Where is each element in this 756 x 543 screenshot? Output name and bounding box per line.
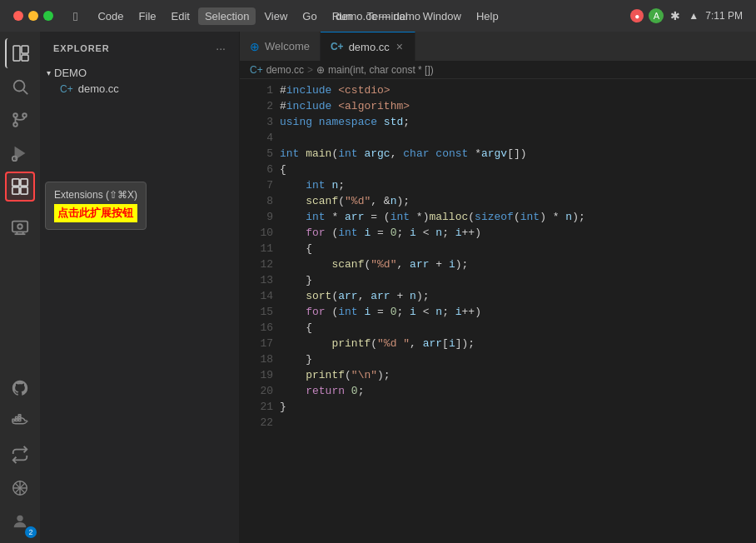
code-line-16: { <box>280 320 756 336</box>
tab-close-button[interactable]: × <box>395 39 405 54</box>
menu-bar:  Code File Edit Selection View Go Run T… <box>67 7 505 26</box>
code-line-6: { <box>280 162 756 177</box>
titlebar-right: ● A ✱ ▲ 7:11 PM <box>630 8 743 23</box>
svg-point-5 <box>13 113 17 117</box>
menu-edit[interactable]: Edit <box>165 7 196 25</box>
code-line-22 <box>280 415 756 431</box>
breadcrumb-file[interactable]: demo.cc <box>266 64 304 76</box>
code-line-17: printf("%d ", arr[i]); <box>280 336 756 351</box>
code-line-11: { <box>280 241 756 257</box>
svg-rect-0 <box>13 46 20 61</box>
svg-point-6 <box>13 122 17 127</box>
code-line-13: } <box>280 272 756 288</box>
status-icons: ● A ✱ ▲ 7:11 PM <box>630 8 743 23</box>
file-name: demo.cc <box>78 82 119 95</box>
code-line-8: scanf("%d", &n); <box>280 193 756 209</box>
code-editor[interactable]: 1 2 3 4 5 6 7 8 9 10 11 12 13 14 15 16 1… <box>240 79 756 543</box>
svg-rect-13 <box>21 187 27 194</box>
record-icon: ● <box>630 9 644 22</box>
extensions-tooltip-label: Extensions (⇧⌘X) <box>54 189 137 201</box>
sidebar-title: EXPLORER <box>53 43 110 53</box>
code-line-19: printf("\n"); <box>280 367 756 383</box>
svg-point-18 <box>17 224 22 229</box>
svg-line-4 <box>23 90 27 94</box>
cpp-file-icon: C+ <box>60 83 73 95</box>
code-line-18: } <box>280 351 756 367</box>
menu-file[interactable]: File <box>132 7 163 25</box>
svg-rect-10 <box>12 179 19 186</box>
svg-rect-22 <box>16 417 18 419</box>
battery-time: 7:11 PM <box>705 10 743 22</box>
activity-run-debug[interactable] <box>5 138 35 168</box>
menu-window[interactable]: Window <box>416 7 468 25</box>
code-content[interactable]: #include <cstdio> #include <algorithm> u… <box>280 79 756 543</box>
activity-bar: 2 <box>0 32 40 543</box>
svg-point-30 <box>17 516 22 521</box>
minimize-button[interactable] <box>28 11 38 21</box>
menu-selection[interactable]: Selection <box>198 7 256 25</box>
activity-bottom: 2 <box>5 373 35 536</box>
code-line-1: #include <cstdio> <box>280 82 756 98</box>
svg-rect-19 <box>12 419 15 421</box>
chevron-down-icon: ▾ <box>47 68 51 77</box>
activity-explorer[interactable] <box>5 38 35 68</box>
activity-docker[interactable] <box>5 406 35 436</box>
breadcrumb-symbol-label: main(int, char const * []) <box>328 64 434 76</box>
folder-header[interactable]: ▾ DEMO <box>40 65 239 81</box>
sidebar-more-button[interactable]: ··· <box>216 42 226 55</box>
code-line-5: int main(int argc, char const *argv[]) <box>280 146 756 162</box>
activity-extensions[interactable] <box>5 172 35 202</box>
svg-rect-20 <box>16 419 18 421</box>
svg-rect-11 <box>21 179 27 186</box>
activity-source-control[interactable] <box>5 105 35 135</box>
svg-rect-1 <box>22 46 28 53</box>
svg-rect-14 <box>12 222 27 232</box>
svg-point-3 <box>14 81 25 92</box>
breadcrumb: C+ demo.cc > ⊕ main(int, char const * []… <box>240 61 756 79</box>
activity-remote[interactable] <box>5 440 35 470</box>
svg-rect-12 <box>12 187 19 194</box>
code-line-2: #include <algorithm> <box>280 98 756 114</box>
file-item-demo-cc[interactable]: C+ demo.cc <box>40 81 239 97</box>
code-line-12: scanf("%d", arr + i); <box>280 257 756 272</box>
menu-go[interactable]: Go <box>296 7 323 25</box>
tab-welcome[interactable]: ⊕ Welcome <box>240 32 321 61</box>
code-line-10: for (int i = 0; i < n; i++) <box>280 225 756 241</box>
svg-rect-2 <box>22 55 28 61</box>
activity-github[interactable] <box>5 373 35 403</box>
breadcrumb-symbol[interactable]: ⊕ <box>316 64 325 76</box>
menu-code[interactable]: Code <box>91 7 130 25</box>
sidebar: EXPLORER ··· ▾ DEMO C+ demo.cc <box>40 32 240 543</box>
code-line-14: sort(arr, arr + n); <box>280 288 756 304</box>
menu-help[interactable]: Help <box>470 7 505 25</box>
window-title: demo.cc — demo <box>336 10 420 22</box>
code-line-9: int * arr = (int *)malloc(sizeof(int) * … <box>280 209 756 225</box>
tab-demo-cc[interactable]: C+ demo.cc × <box>321 32 415 61</box>
line-numbers: 1 2 3 4 5 6 7 8 9 10 11 12 13 14 15 16 1… <box>240 79 280 543</box>
traffic-lights <box>13 11 53 21</box>
extensions-tooltip-highlight: 点击此扩展按钮 <box>54 204 137 222</box>
tab-demo-cc-label: demo.cc <box>349 41 390 53</box>
activity-remote-explorer[interactable] <box>5 212 35 242</box>
activity-kubernetes[interactable] <box>5 473 35 503</box>
bluetooth-icon: ✱ <box>669 9 682 22</box>
folder-section: ▾ DEMO C+ demo.cc <box>40 62 239 100</box>
cpp-tab-icon: C+ <box>331 41 344 52</box>
titlebar:  Code File Edit Selection View Go Run T… <box>0 0 756 32</box>
tab-bar: ⊕ Welcome C+ demo.cc × <box>240 32 756 61</box>
account-badge: 2 <box>25 526 37 538</box>
profile-icon: A <box>649 8 664 23</box>
close-button[interactable] <box>13 11 23 21</box>
apple-menu[interactable]:  <box>67 7 84 26</box>
activity-account[interactable]: 2 <box>5 506 35 536</box>
menu-view[interactable]: View <box>257 7 294 25</box>
activity-search[interactable] <box>5 72 35 102</box>
titlebar-left:  Code File Edit Selection View Go Run T… <box>13 7 505 26</box>
welcome-tab-icon: ⊕ <box>250 40 260 53</box>
maximize-button[interactable] <box>43 11 53 21</box>
main-layout: 2 EXPLORER ··· ▾ DEMO C+ demo.cc ⊕ Welco… <box>0 32 756 543</box>
code-line-7: int n; <box>280 177 756 193</box>
code-line-4 <box>280 130 756 146</box>
tab-welcome-label: Welcome <box>265 40 310 52</box>
folder-name: DEMO <box>54 67 87 79</box>
